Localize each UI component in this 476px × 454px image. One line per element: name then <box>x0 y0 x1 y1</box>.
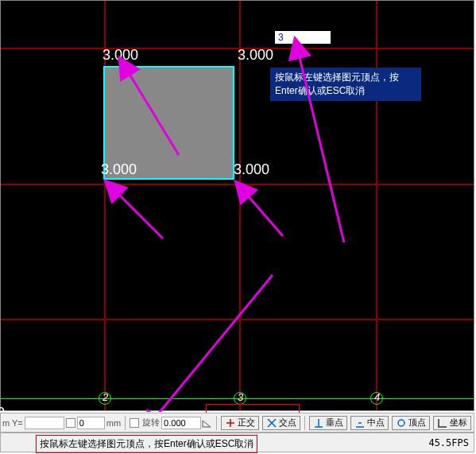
perp-label: 垂点 <box>326 417 343 429</box>
vertex-icon <box>396 417 407 429</box>
rotate-checkbox[interactable] <box>130 418 139 428</box>
axis-marker-label: 4 <box>374 391 380 403</box>
units-checkbox[interactable] <box>66 418 75 428</box>
dimension-input[interactable] <box>275 31 331 44</box>
dim-label-br: 3.000 <box>234 161 269 178</box>
axis-marker-label: 2 <box>103 391 108 403</box>
dim-label-tl: 3.000 <box>103 47 138 64</box>
command-hint-box: 按鼠标左键选择图元顶点，按Enter确认或ESC取消 <box>36 435 257 453</box>
status-bar-coords: m Y= mm 旋转 正交 交点 垂点 中点 顶点 坐标 <box>0 413 474 433</box>
coord-icon <box>437 417 448 429</box>
rotate-label: 旋转 <box>141 417 161 429</box>
drawing-canvas[interactable]: 2 3 4 2.000 3.000 3.000 3.000 3.000 按鼠标左… <box>0 0 474 411</box>
command-hint-text: 按鼠标左键选择图元顶点，按Enter确认或ESC取消 <box>40 438 253 449</box>
vertex-snap-toggle[interactable]: 顶点 <box>392 416 430 430</box>
coord-y-label: m Y= <box>1 418 25 428</box>
status-bar-hint: 按鼠标左键选择图元顶点，按Enter确认或ESC取消 45.5FPS <box>0 433 474 452</box>
ortho-label: 正交 <box>238 417 255 429</box>
mid-icon <box>354 417 366 429</box>
svg-point-6 <box>398 420 404 426</box>
dim-label-tr: 3.000 <box>238 47 273 64</box>
fps-counter: 45.5FPS <box>428 437 469 448</box>
dim-label-bl: 3.000 <box>101 161 137 178</box>
grid-line-v <box>376 1 377 410</box>
vertex-label: 顶点 <box>408 417 426 429</box>
units-label: mm <box>105 418 122 428</box>
coord-y-input[interactable] <box>25 417 64 429</box>
grid-line-h <box>1 184 474 185</box>
separator <box>304 416 305 430</box>
ortho-toggle[interactable]: 正交 <box>221 416 259 430</box>
coord-label: 坐标 <box>450 417 467 429</box>
rotate-input[interactable] <box>161 417 201 429</box>
ortho-icon <box>225 417 236 429</box>
intersection-snap-toggle[interactable]: 交点 <box>262 416 300 430</box>
perp-icon <box>313 417 324 429</box>
grid-line-h <box>1 319 474 320</box>
perpendicular-snap-toggle[interactable]: 垂点 <box>309 416 347 430</box>
command-tooltip: 按鼠标左键选择图元顶点，按Enter确认或ESC取消 <box>270 68 421 101</box>
svg-line-5 <box>153 275 273 412</box>
axis-marker-label: 3 <box>238 391 243 403</box>
separator <box>125 416 126 430</box>
svg-line-2 <box>117 192 163 239</box>
svg-line-3 <box>246 194 283 236</box>
units-value[interactable] <box>77 417 105 429</box>
angle-icon <box>201 417 212 429</box>
midpoint-snap-toggle[interactable]: 中点 <box>350 416 389 430</box>
coord-toggle[interactable]: 坐标 <box>433 416 471 430</box>
cross-icon <box>266 417 277 429</box>
separator <box>216 416 217 430</box>
mid-label: 中点 <box>367 417 385 429</box>
cross-label: 交点 <box>279 417 296 429</box>
